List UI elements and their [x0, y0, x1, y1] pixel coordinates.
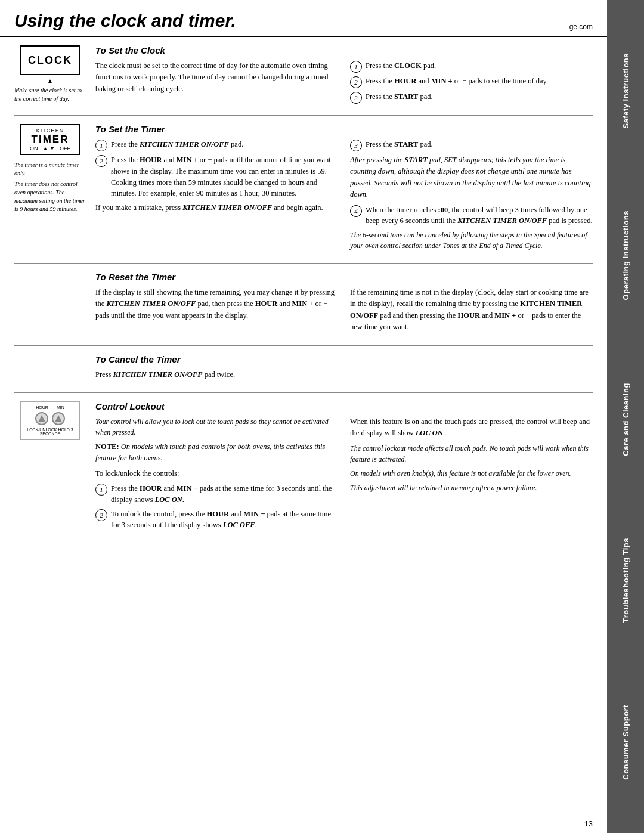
lockout-section: HOUR MIN: [14, 393, 593, 542]
min-knob: [52, 412, 65, 425]
reset-title: To Reset the Timer: [95, 272, 593, 282]
step-text-2: Press the HOUR and MIN + or − pads to se…: [366, 76, 593, 87]
timer-after-start: After pressing the START pad, SET disapp…: [350, 154, 593, 201]
timer-text: TIMER: [32, 134, 69, 145]
lockout-knob-note: On models with oven knob(s), this featur…: [350, 468, 593, 479]
svg-marker-1: [55, 415, 62, 422]
clock-caption: Make sure the clock is set to the correc…: [14, 86, 86, 103]
timer-left: 1 Press the KITCHEN TIMER ON/OFF pad. 2 …: [95, 139, 338, 255]
timer-step-1: 1 Press the KITCHEN TIMER ON/OFF pad.: [95, 139, 338, 151]
side-tab: Safety Instructions Operating Instructio…: [607, 0, 644, 833]
lockout-left: Your control will allow you to lock out …: [95, 416, 338, 534]
side-tab-consumer: Consumer Support: [618, 699, 633, 786]
reset-two-col: If the display is still showing the time…: [95, 287, 593, 337]
reset-section: To Reset the Timer If the display is sti…: [14, 264, 593, 346]
clock-step-2: 2 Press the HOUR and MIN + or − pads to …: [350, 76, 593, 88]
reset-left-text: If the display is still showing the time…: [95, 287, 338, 321]
timer-step-num-1: 1: [95, 140, 107, 151]
timer-content: To Set the Timer 1 Press the KITCHEN TIM…: [95, 124, 593, 255]
clock-step-3: 3 Press the START pad.: [350, 91, 593, 104]
clock-section: CLOCK ▲ Make sure the clock is set to th…: [14, 37, 593, 116]
content-area: CLOCK ▲ Make sure the clock is set to th…: [0, 37, 607, 815]
step-text-3: Press the START pad.: [366, 91, 593, 103]
cancel-text: Press KITCHEN TIMER ON/OFF pad twice.: [95, 369, 593, 380]
lockout-image: HOUR MIN: [20, 401, 80, 440]
clock-display: CLOCK: [20, 45, 80, 75]
side-tab-safety: Safety Instructions: [618, 47, 633, 135]
lockout-title: Control Lockout: [95, 401, 593, 411]
timer-footnote: The 6-second tone can be canceled by fol…: [350, 230, 593, 251]
page-title: Using the clock and timer.: [14, 11, 236, 31]
side-tab-operating: Operating Instructions: [618, 205, 633, 306]
timer-step-text-4: When the timer reaches :00, the control …: [366, 205, 593, 227]
lockout-knobs: [35, 412, 65, 425]
svg-marker-0: [38, 415, 45, 422]
step-num-2: 2: [350, 76, 362, 88]
cancel-title: To Cancel the Timer: [95, 354, 593, 364]
lockout-step-2: 2 To unlock the control, press the HOUR …: [95, 509, 338, 531]
page-wrapper: Using the clock and timer. ge.com CLOCK …: [0, 0, 644, 833]
timer-step-3: 3 Press the START pad.: [350, 139, 593, 151]
timer-caption1: The timer is a minute timer only.: [14, 161, 86, 178]
timer-step-4: 4 When the timer reaches :00, the contro…: [350, 205, 593, 227]
lockout-labels: HOUR MIN: [36, 405, 64, 410]
timer-title: To Set the Timer: [95, 124, 593, 134]
timer-display: KITCHEN TIMER ON ▲ ▼ OFF: [20, 124, 80, 155]
timer-caption2: The timer does not control oven operatio…: [14, 180, 86, 213]
clock-title: To Set the Clock: [95, 45, 593, 55]
timer-step-text-1: Press the KITCHEN TIMER ON/OFF pad.: [111, 139, 338, 150]
timer-step-2: 2 Press the HOUR and MIN + or − pads unt…: [95, 154, 338, 199]
side-tab-care: Care and Cleaning: [618, 377, 633, 462]
step-num-3: 3: [350, 92, 362, 104]
timer-image-area: KITCHEN TIMER ON ▲ ▼ OFF The timer is a …: [14, 124, 86, 255]
page-number: 13: [0, 815, 607, 833]
website: ge.com: [569, 23, 593, 31]
hour-knob: [35, 412, 48, 425]
timer-step-text-3: Press the START pad.: [366, 139, 593, 150]
step-num-1: 1: [350, 61, 362, 73]
timer-right: 3 Press the START pad. After pressing th…: [350, 139, 593, 255]
reset-left: If the display is still showing the time…: [95, 287, 338, 337]
timer-step-text-2: Press the HOUR and MIN + or − pads until…: [111, 154, 338, 199]
reset-right: If the remaining time is not in the disp…: [350, 287, 593, 337]
lockout-step-1: 1 Press the HOUR and MIN − pads at the s…: [95, 483, 338, 506]
lockout-right: When this feature is on and the touch pa…: [350, 416, 593, 534]
step-text-1: Press the CLOCK pad.: [366, 60, 593, 72]
lockout-step-text-1: Press the HOUR and MIN − pads at the sam…: [111, 483, 338, 506]
cancel-content: To Cancel the Timer Press KITCHEN TIMER …: [95, 354, 593, 384]
clock-content: To Set the Clock The clock must be set t…: [95, 45, 593, 107]
clock-two-col: The clock must be set to the correct tim…: [95, 60, 593, 107]
clock-arrow: ▲: [47, 78, 53, 84]
lockout-italic-note: The control lockout mode affects all tou…: [350, 443, 593, 465]
clock-step-1: 1 Press the CLOCK pad.: [350, 60, 593, 73]
lock-text: LOCK/UNLOCK HOLD 3 SECONDS: [23, 428, 77, 436]
lockout-memory-note: This adjustment will be retained in memo…: [350, 482, 593, 493]
reset-right-text: If the remaining time is not in the disp…: [350, 287, 593, 333]
timer-step-num-3: 3: [350, 140, 362, 151]
lockout-content: Control Lockout Your control will allow …: [95, 401, 593, 534]
lockout-intro: Your control will allow you to lock out …: [95, 416, 338, 438]
clock-right: 1 Press the CLOCK pad. 2 Press the HOUR …: [350, 60, 593, 107]
lockout-step-num-2: 2: [95, 509, 107, 521]
clock-left-text: The clock must be set to the correct tim…: [95, 60, 338, 95]
timer-step-num-4: 4: [350, 205, 362, 217]
kitchen-label: KITCHEN: [36, 128, 64, 134]
timer-section: KITCHEN TIMER ON ▲ ▼ OFF The timer is a …: [14, 116, 593, 264]
side-tab-troubleshooting: Troubleshooting Tips: [618, 532, 633, 628]
on-off-label: ON ▲ ▼ OFF: [30, 145, 70, 151]
reset-content: To Reset the Timer If the display is sti…: [95, 272, 593, 337]
clock-image-area: CLOCK ▲ Make sure the clock is set to th…: [14, 45, 86, 107]
lockout-two-col: Your control will allow you to lock out …: [95, 416, 593, 534]
timer-two-col: 1 Press the KITCHEN TIMER ON/OFF pad. 2 …: [95, 139, 593, 255]
clock-left: The clock must be set to the correct tim…: [95, 60, 338, 107]
page-header: Using the clock and timer. ge.com: [0, 0, 607, 37]
lockout-step-text-2: To unlock the control, press the HOUR an…: [111, 509, 338, 531]
lockout-image-area: HOUR MIN: [14, 401, 86, 534]
main-content: Using the clock and timer. ge.com CLOCK …: [0, 0, 607, 833]
lockout-to-lock: To lock/unlock the controls:: [95, 468, 338, 479]
cancel-section: To Cancel the Timer Press KITCHEN TIMER …: [14, 346, 593, 393]
timer-mistake-text: If you make a mistake, press KITCHEN TIM…: [95, 202, 338, 213]
cancel-image-placeholder: [14, 354, 86, 384]
lockout-when-on: When this feature is on and the touch pa…: [350, 416, 593, 439]
timer-step-num-2: 2: [95, 155, 107, 167]
